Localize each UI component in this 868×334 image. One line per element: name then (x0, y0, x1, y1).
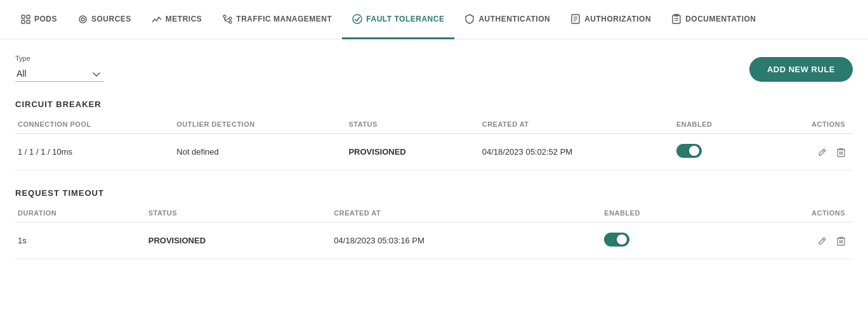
cb-col-status: STATUS (341, 115, 474, 134)
svg-rect-3 (27, 20, 30, 23)
svg-point-6 (223, 15, 226, 18)
rt-delete-button[interactable] (837, 235, 845, 247)
nav-item-documentation[interactable]: DOCUMENTATION (661, 1, 766, 39)
rt-col-duration: DURATION (15, 204, 141, 222)
request-timeout-table: DURATION STATUS CREATED AT ENABLED ACTIO… (15, 204, 853, 259)
rt-col-enabled: ENABLED (596, 204, 728, 222)
circuit-breaker-table: CONNECTION POOL OUTLIER DETECTION STATUS… (15, 115, 853, 170)
type-filter-group: Type All Circuit Breaker Request Timeout (15, 55, 104, 82)
cb-edit-button[interactable] (817, 146, 827, 158)
nav-item-pods[interactable]: PODS (10, 1, 67, 39)
svg-point-4 (79, 16, 86, 23)
metrics-icon (152, 14, 162, 24)
nav-item-traffic-management[interactable]: TRAFFIC MANAGEMENT (212, 1, 342, 39)
rt-enabled-toggle[interactable] (604, 233, 629, 247)
clipboard-icon (671, 14, 681, 24)
cb-col-connection-pool: CONNECTION POOL (15, 115, 169, 134)
main-nav: PODS SOURCES METRICS (0, 0, 868, 39)
check-circle-icon (352, 14, 362, 24)
main-content: Type All Circuit Breaker Request Timeout… (0, 39, 868, 287)
shield-icon (464, 14, 475, 24)
cb-enabled-toggle[interactable] (676, 144, 702, 158)
cb-status-cell: PROVISIONED (341, 134, 474, 170)
nav-label-traffic-management: TRAFFIC MANAGEMENT (236, 15, 332, 23)
svg-rect-2 (22, 20, 25, 23)
rt-toggle-slider (604, 233, 629, 247)
rt-col-created-at: CREATED AT (326, 204, 596, 222)
cb-col-created-at: CREATED AT (475, 115, 669, 134)
rt-actions-cell (728, 222, 853, 259)
circuit-breaker-header-row: CONNECTION POOL OUTLIER DETECTION STATUS… (15, 115, 853, 134)
rt-col-actions: ACTIONS (728, 204, 853, 222)
cb-action-buttons (770, 146, 845, 158)
type-select-wrapper: All Circuit Breaker Request Timeout (15, 66, 104, 82)
svg-rect-1 (27, 15, 30, 18)
nav-item-authorization[interactable]: AUTHORIZATION (560, 1, 661, 39)
sources-icon (77, 14, 88, 24)
rt-status-cell: PROVISIONED (141, 222, 327, 259)
filter-row: Type All Circuit Breaker Request Timeout… (15, 55, 853, 82)
nav-item-metrics[interactable]: METRICS (141, 1, 213, 39)
cb-created-at-cell: 04/18/2023 05:02:52 PM (475, 134, 669, 170)
nav-item-authentication[interactable]: AUTHENTICATION (454, 1, 560, 39)
type-select[interactable]: All Circuit Breaker Request Timeout (15, 66, 104, 82)
svg-rect-0 (22, 15, 25, 18)
cb-table-row: 1 / 1 / 1 / 10ms Not defined PROVISIONED… (15, 134, 853, 170)
nav-label-metrics: METRICS (166, 15, 202, 23)
rt-edit-button[interactable] (817, 235, 827, 247)
rt-created-at-cell: 04/18/2023 05:03:16 PM (326, 222, 596, 259)
cb-delete-button[interactable] (837, 146, 845, 158)
cb-toggle-slider (676, 144, 702, 158)
rt-col-status: STATUS (141, 204, 327, 222)
nav-label-authentication: AUTHENTICATION (478, 15, 550, 23)
grid-icon (20, 14, 30, 24)
cb-enabled-cell (669, 134, 763, 170)
nav-label-authorization: AUTHORIZATION (584, 15, 651, 23)
rt-action-buttons (735, 235, 845, 247)
doc-icon (570, 14, 581, 24)
nav-label-pods: PODS (34, 15, 57, 23)
branch-icon (222, 14, 232, 24)
rt-table-row: 1s PROVISIONED 04/18/2023 05:03:16 PM (15, 222, 853, 259)
add-new-rule-button[interactable]: ADD NEW RULE (749, 57, 853, 82)
cb-col-actions: ACTIONS (763, 115, 853, 134)
circuit-breaker-section-title: CIRCUIT BREAKER (15, 100, 853, 109)
cb-col-enabled: ENABLED (669, 115, 763, 134)
svg-point-12 (353, 15, 362, 23)
request-timeout-section-title: REQUEST TIMEOUT (15, 188, 853, 198)
svg-line-10 (225, 18, 229, 20)
nav-item-sources[interactable]: SOURCES (67, 1, 141, 39)
type-filter-label: Type (15, 55, 104, 62)
svg-point-5 (81, 18, 84, 21)
cb-outlier-detection-cell: Not defined (169, 134, 341, 170)
cb-col-outlier-detection: OUTLIER DETECTION (169, 115, 341, 134)
svg-line-11 (225, 20, 229, 22)
svg-line-21 (823, 150, 825, 152)
rt-duration-cell: 1s (15, 222, 141, 259)
nav-label-sources: SOURCES (91, 15, 131, 23)
nav-item-fault-tolerance[interactable]: FAULT TOLERANCE (342, 1, 454, 39)
cb-actions-cell (763, 134, 853, 170)
svg-point-8 (229, 21, 232, 23)
cb-connection-pool-cell: 1 / 1 / 1 / 10ms (15, 134, 169, 170)
nav-label-fault-tolerance: FAULT TOLERANCE (366, 15, 444, 23)
rt-header-row: DURATION STATUS CREATED AT ENABLED ACTIO… (15, 204, 853, 222)
rt-enabled-cell (596, 222, 728, 259)
nav-label-documentation: DOCUMENTATION (685, 15, 756, 23)
svg-line-27 (823, 239, 825, 241)
svg-point-7 (229, 17, 232, 20)
